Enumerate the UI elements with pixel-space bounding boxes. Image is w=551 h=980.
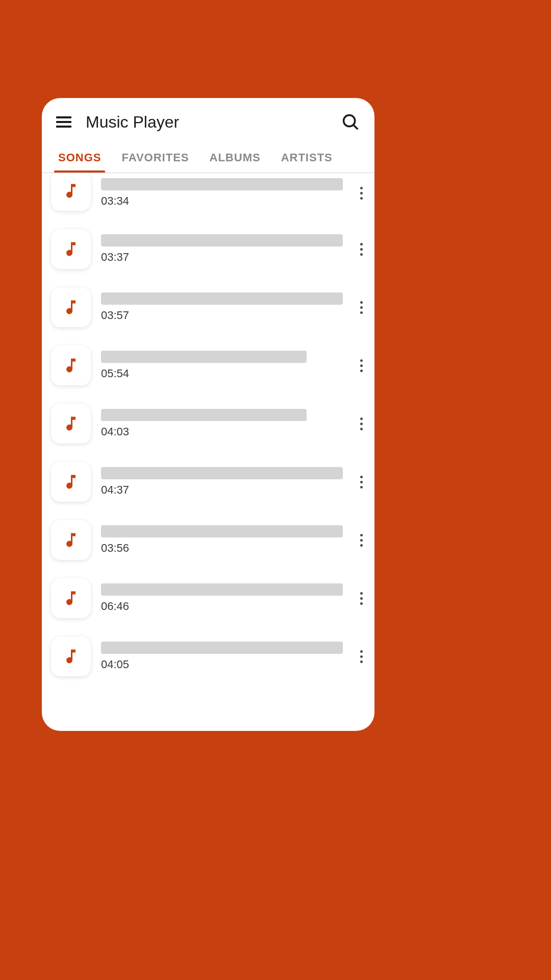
- song-info: 03:56: [101, 525, 343, 555]
- tab-artists[interactable]: ARTISTS: [271, 141, 343, 173]
- app-header: Music Player: [42, 98, 374, 141]
- svg-line-1: [354, 125, 358, 129]
- song-info: 04:37: [101, 467, 343, 497]
- more-vertical-icon[interactable]: [353, 530, 369, 550]
- song-duration: 04:05: [101, 658, 343, 671]
- more-vertical-icon[interactable]: [353, 183, 369, 203]
- song-title-placeholder: [101, 467, 343, 479]
- song-duration: 03:37: [101, 251, 343, 264]
- song-item[interactable]: 03:56: [51, 511, 369, 569]
- song-item[interactable]: 03:34: [51, 173, 369, 220]
- music-note-icon: [51, 462, 91, 502]
- tab-albums[interactable]: ALBUMS: [199, 141, 271, 173]
- more-vertical-icon[interactable]: [353, 297, 369, 317]
- song-duration: 03:56: [101, 542, 343, 555]
- song-duration: 05:54: [101, 367, 343, 380]
- song-title-placeholder: [101, 178, 343, 190]
- music-note-icon: [51, 287, 91, 327]
- music-note-icon: [51, 346, 91, 385]
- music-note-icon: [51, 636, 91, 676]
- music-note-icon: [51, 520, 91, 560]
- song-duration: 06:46: [101, 600, 343, 613]
- music-note-icon: [51, 578, 91, 618]
- song-info: 03:34: [101, 178, 343, 208]
- song-duration: 04:37: [101, 483, 343, 497]
- song-title-placeholder: [101, 234, 343, 247]
- song-duration: 03:34: [101, 194, 343, 208]
- app-title: Music Player: [86, 113, 327, 132]
- tab-songs[interactable]: SONGS: [48, 141, 111, 173]
- more-vertical-icon[interactable]: [353, 646, 369, 667]
- song-item[interactable]: 03:57: [51, 278, 369, 336]
- song-title-placeholder: [101, 409, 307, 421]
- music-note-icon: [51, 173, 91, 211]
- song-info: 04:03: [101, 409, 343, 438]
- more-vertical-icon[interactable]: [353, 239, 369, 259]
- song-title-placeholder: [101, 642, 343, 654]
- song-item[interactable]: 03:37: [51, 220, 369, 278]
- song-item[interactable]: 04:03: [51, 395, 369, 453]
- song-item[interactable]: 04:05: [51, 627, 369, 685]
- song-info: 05:54: [101, 351, 343, 380]
- song-title-placeholder: [101, 583, 343, 596]
- music-note-icon: [51, 229, 91, 269]
- song-title-placeholder: [101, 351, 307, 363]
- music-note-icon: [51, 404, 91, 444]
- more-vertical-icon[interactable]: [353, 355, 369, 376]
- song-item[interactable]: 06:46: [51, 569, 369, 627]
- more-vertical-icon[interactable]: [353, 588, 369, 608]
- app-card: Music Player SONGS FAVORITES ALBUMS ARTI…: [42, 98, 374, 731]
- song-duration: 03:57: [101, 309, 343, 322]
- song-info: 06:46: [101, 583, 343, 613]
- tab-favorites[interactable]: FAVORITES: [111, 141, 199, 173]
- more-vertical-icon[interactable]: [353, 413, 369, 434]
- menu-icon[interactable]: [56, 114, 71, 130]
- song-list[interactable]: 03:34 03:37 03:57: [42, 173, 374, 731]
- song-item[interactable]: 04:37: [51, 453, 369, 511]
- song-info: 03:37: [101, 234, 343, 264]
- song-title-placeholder: [101, 525, 343, 537]
- more-vertical-icon[interactable]: [353, 472, 369, 492]
- song-item[interactable]: 05:54: [51, 336, 369, 395]
- song-title-placeholder: [101, 292, 343, 305]
- song-info: 03:57: [101, 292, 343, 322]
- tabs-bar: SONGS FAVORITES ALBUMS ARTISTS: [42, 141, 374, 173]
- song-duration: 04:03: [101, 425, 343, 438]
- svg-point-0: [344, 115, 355, 127]
- search-icon[interactable]: [341, 112, 360, 132]
- song-info: 04:05: [101, 642, 343, 671]
